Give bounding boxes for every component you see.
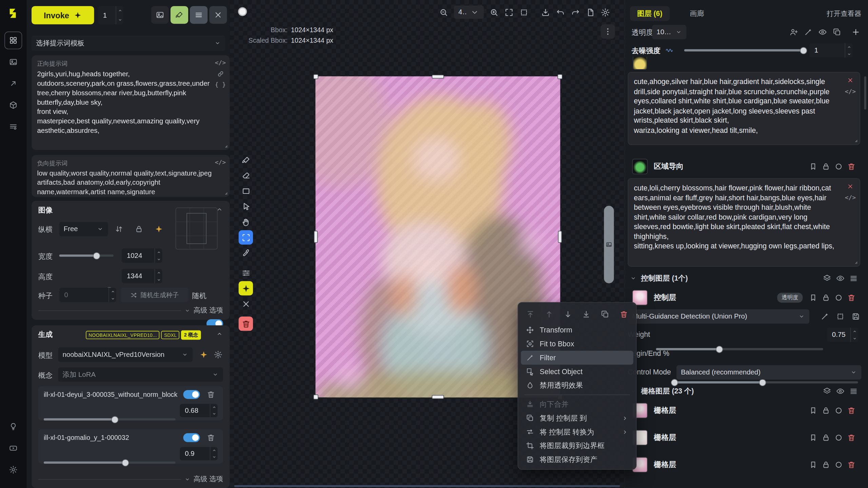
menu-item-disable-transparency[interactable]: 禁用透明效果	[521, 379, 633, 392]
denoise-slider[interactable]	[684, 43, 807, 57]
queue-count-stepper[interactable]	[116, 6, 123, 24]
optimize-size-sparkle-icon[interactable]	[155, 225, 163, 233]
code-icon[interactable]: </>	[215, 159, 226, 165]
lora-weight-stepper[interactable]	[210, 447, 218, 460]
bbox-handle-top[interactable]	[432, 75, 444, 78]
tool-options-button[interactable]	[239, 266, 253, 280]
invoke-button[interactable]: Invoke	[32, 6, 94, 24]
list-rows-icon[interactable]	[849, 387, 858, 395]
random-seed-button[interactable]: 随机生成种子	[121, 288, 188, 302]
lock-icon[interactable]	[822, 293, 830, 302]
brush-tool-button[interactable]	[239, 153, 253, 167]
eye-icon[interactable]	[818, 28, 827, 37]
visibility-circle-icon[interactable]	[834, 433, 843, 442]
color-picker-tool-button[interactable]	[239, 246, 253, 260]
gallery-image-button[interactable]	[151, 6, 169, 24]
cancel-button[interactable]	[239, 297, 253, 311]
fit-bbox-button[interactable]	[519, 7, 529, 17]
swap-dimensions-icon[interactable]	[115, 225, 123, 233]
bookmark-icon[interactable]	[809, 433, 817, 442]
prompt-template-select[interactable]: 选择提示词模板	[32, 35, 225, 51]
lock-aspect-icon[interactable]	[135, 225, 143, 233]
lock-icon[interactable]	[822, 162, 830, 171]
control-mode-select[interactable]: Balanced (recommended)	[676, 365, 861, 380]
bbox-handle-right[interactable]	[558, 231, 562, 243]
model-settings-gear-icon[interactable]	[214, 350, 222, 359]
undo-button[interactable]	[556, 7, 565, 17]
noise-wave-icon[interactable]	[659, 46, 680, 54]
hamburger-menu-button[interactable]	[190, 6, 208, 24]
model-select[interactable]: noobaiXLNAIXL_vPred10Version	[58, 347, 193, 362]
bookmark-icon[interactable]	[809, 406, 817, 415]
resize-grip-icon[interactable]	[221, 141, 229, 149]
menu-item-transform[interactable]: Transform	[521, 323, 633, 337]
generation-advanced-expander[interactable]: 高级 选项	[38, 475, 223, 484]
bookmark-icon[interactable]	[809, 460, 817, 469]
eye-icon[interactable]	[836, 274, 845, 283]
denoise-input[interactable]: 1	[809, 43, 852, 57]
layers-icon[interactable]	[823, 387, 831, 395]
opacity-badge[interactable]: 透明度	[777, 293, 803, 303]
regional-guidance-layer-thumbnail[interactable]	[633, 57, 647, 70]
trash-icon[interactable]	[847, 406, 856, 415]
code-icon[interactable]: </>	[845, 195, 856, 201]
lora-weight-stepper[interactable]	[210, 404, 218, 417]
trash-icon[interactable]	[206, 390, 215, 399]
fit-to-screen-button[interactable]	[504, 7, 514, 17]
lock-icon[interactable]	[822, 406, 830, 415]
scrollbar-thumb[interactable]	[864, 76, 867, 109]
trash-icon[interactable]	[847, 433, 856, 442]
raster-layers-section-header[interactable]: 栅格图层 (23 个)	[628, 384, 860, 398]
layers-icon[interactable]	[823, 274, 831, 283]
bbox-tool-button[interactable]	[239, 230, 253, 244]
duplicate-icon[interactable]	[833, 28, 842, 37]
chevron-up-icon[interactable]	[216, 330, 223, 338]
braces-icon[interactable]: { }	[215, 82, 226, 88]
add-lora-select[interactable]: 添加 LoRA	[58, 367, 223, 382]
width-stepper[interactable]	[155, 248, 162, 263]
queue-count-input[interactable]: 1	[98, 6, 123, 24]
close-icon[interactable]	[847, 77, 854, 84]
bbox-handle-bottom-left[interactable]	[313, 394, 318, 400]
trash-icon[interactable]	[619, 310, 628, 319]
lock-icon[interactable]	[822, 433, 830, 442]
menu-item-filter[interactable]: Filter	[521, 351, 633, 365]
duplicate-icon[interactable]	[601, 310, 610, 319]
menu-item-crop-to-bbox[interactable]: 将图层裁剪到边界框	[521, 439, 633, 453]
negative-prompt-card[interactable]: 负向提示词 </> low quality,worst quality,norm…	[32, 155, 230, 197]
apply-filter-button[interactable]	[239, 281, 253, 295]
filter-wand-icon[interactable]	[804, 28, 813, 37]
code-icon[interactable]: </>	[845, 88, 856, 95]
nav-tab-generate[interactable]	[4, 53, 22, 71]
control-model-select[interactable]: Multi-Guidance Detection (Union Pro)	[628, 309, 809, 324]
zoom-out-button[interactable]	[439, 7, 449, 17]
nav-tab-upscaling[interactable]	[4, 75, 22, 92]
filter-wand-icon[interactable]	[821, 312, 829, 321]
pan-tool-button[interactable]	[239, 215, 253, 229]
opacity-select[interactable]: 100%	[652, 25, 686, 39]
visibility-circle-icon[interactable]	[834, 162, 843, 171]
width-input[interactable]: 1024	[122, 248, 162, 263]
bbox-handle-left[interactable]	[314, 231, 318, 243]
lora-weight-input[interactable]: 0.68	[180, 404, 218, 417]
list-rows-icon[interactable]	[849, 274, 858, 283]
nav-tab-canvas[interactable]	[4, 32, 22, 49]
lora-enabled-toggle[interactable]	[183, 390, 200, 399]
lock-icon[interactable]	[822, 460, 830, 469]
seed-stepper[interactable]	[108, 288, 116, 302]
eye-icon[interactable]	[836, 387, 845, 395]
save-canvas-button[interactable]	[541, 7, 550, 17]
resize-grip-icon[interactable]	[221, 188, 229, 196]
raster-layer-row[interactable]: 栅格层	[628, 428, 860, 448]
zoom-in-button[interactable]	[489, 7, 499, 17]
resize-grip-icon[interactable]	[851, 136, 859, 143]
width-slider[interactable]	[59, 248, 114, 263]
tab-gallery[interactable]: 画廊	[690, 6, 704, 21]
visibility-circle-icon[interactable]	[834, 293, 843, 302]
visibility-circle-icon[interactable]	[834, 460, 843, 469]
menu-item-copy-control-layer-to[interactable]: 复制 控制层 到	[521, 411, 633, 425]
bbox-handle-bottom[interactable]	[432, 395, 444, 399]
close-button[interactable]	[209, 6, 227, 24]
settings-gear-icon[interactable]	[4, 461, 22, 479]
open-viewer-button[interactable]: 打开查看器	[827, 9, 861, 19]
